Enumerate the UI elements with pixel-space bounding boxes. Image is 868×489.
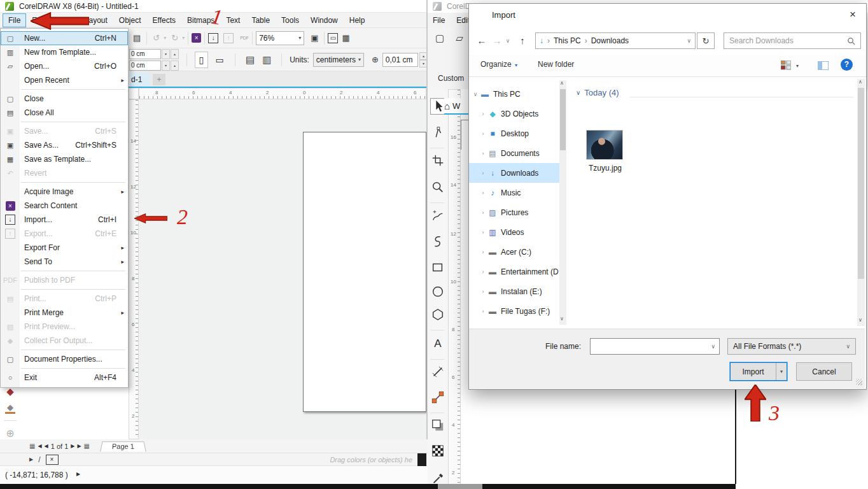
expander-icon[interactable]: › — [479, 111, 487, 117]
redo-dropdown-icon[interactable]: ▾ — [182, 35, 185, 41]
ellipse-tool[interactable] — [430, 284, 445, 299]
expander-icon[interactable]: › — [479, 269, 487, 275]
close-icon[interactable]: × — [843, 6, 862, 23]
file-menu-item-save-as-template[interactable]: ▦ Save as Template... — [1, 152, 128, 166]
portrait-button[interactable]: ▯ — [195, 52, 208, 68]
import-dropdown-icon[interactable]: ▾ — [776, 369, 787, 374]
file-menu-item-open-recent[interactable]: Open Recent ▸ — [1, 73, 128, 87]
last-page-icon[interactable]: ▶ — [77, 443, 81, 449]
organize-button[interactable]: Organize ▾ — [480, 60, 517, 69]
page-tab[interactable]: Page 1 — [100, 441, 146, 451]
rectangle-tool[interactable] — [430, 260, 445, 275]
fullscreen-preview-icon[interactable]: ▣ — [311, 33, 318, 43]
scrollbar-thumb[interactable] — [560, 89, 566, 150]
page-height-field[interactable]: 0 cm — [129, 60, 161, 71]
import-button[interactable]: Import ▾ — [730, 362, 787, 381]
expander-icon[interactable]: › — [479, 249, 487, 255]
breadcrumb-dropdown-icon[interactable]: ∨ — [687, 38, 691, 44]
menu-window[interactable]: Window — [305, 13, 344, 27]
redo-icon[interactable]: ↻ — [171, 33, 178, 43]
tree-item-documents[interactable]: › ▤ Documents — [469, 143, 559, 163]
refresh-button[interactable]: ↻ — [697, 32, 715, 49]
file-name-combo[interactable]: ∨ — [590, 338, 720, 355]
customize-toolbox-button[interactable]: ⊕ — [1, 427, 19, 439]
tree-item-pictures[interactable]: › ▨ Pictures — [469, 202, 559, 222]
group-chevron-icon[interactable]: ∨ — [576, 89, 580, 96]
menu-object[interactable]: Object — [113, 13, 147, 27]
landscape-button[interactable]: ▭ — [212, 52, 227, 68]
file-menu-item-document-properties[interactable]: ▢ Document Properties... — [1, 352, 128, 366]
zoom-tool[interactable] — [430, 180, 445, 195]
resize-grip[interactable] — [856, 379, 862, 385]
transparency-tool[interactable] — [430, 443, 445, 458]
breadcrumb-downloads[interactable]: Downloads — [591, 36, 629, 45]
freehand-tool[interactable] — [430, 209, 445, 224]
import-dialog-titlebar[interactable]: Import × — [469, 4, 866, 27]
expander-icon[interactable]: › — [479, 150, 487, 157]
file-menu-item-close[interactable]: ▢ Close — [1, 92, 128, 106]
tree-item-desktop[interactable]: › ■ Desktop — [469, 124, 559, 143]
files-group-header[interactable]: ∨ Today (4) — [576, 88, 619, 97]
file-menu-item-search-content[interactable]: × Search Content — [1, 199, 128, 213]
tree-item-drive-e[interactable]: › ▬ Instalan (E:) — [469, 281, 559, 301]
next-page-icon[interactable]: ▶ — [71, 443, 74, 449]
fill-tool-icon[interactable]: ◆ — [5, 402, 15, 414]
combo-dropdown-icon[interactable]: ∨ — [711, 343, 715, 350]
file-thumbnail[interactable] — [586, 130, 623, 160]
tree-item-drive-c[interactable]: › ▬ Acer (C:) — [469, 242, 559, 262]
first-page-icon[interactable]: ◀ — [38, 443, 41, 449]
content-scrollbar[interactable]: ∧ ∨ — [857, 79, 865, 326]
scrollbar-thumb[interactable] — [858, 88, 864, 279]
expander-icon[interactable]: › — [479, 209, 487, 216]
expander-icon[interactable]: › — [479, 190, 487, 196]
all-pages-icon[interactable]: ▤ — [246, 54, 255, 66]
menu-table[interactable]: Table — [246, 13, 276, 27]
tree-item-this-pc[interactable]: ∨ ▬ This PC — [469, 84, 559, 104]
crop-tool[interactable] — [430, 153, 445, 168]
units-dropdown-icon[interactable]: ▾ — [358, 57, 361, 62]
scroll-up-icon[interactable]: ∧ — [858, 79, 862, 85]
scroll-down-icon[interactable]: ∨ — [858, 317, 862, 323]
menu-file[interactable]: File — [3, 13, 26, 27]
file-menu-item-send-to[interactable]: Send To ▸ — [1, 255, 128, 269]
palette-expand-icon[interactable]: ▶ — [29, 457, 33, 462]
status-expand-icon[interactable]: ▶ — [76, 471, 80, 477]
current-page-icon[interactable]: ▥ — [262, 54, 271, 66]
format-dropdown-icon[interactable]: ∨ — [846, 343, 850, 350]
nudge-field[interactable]: 0,01 cm — [382, 53, 418, 67]
zoom-level-select[interactable]: 76% ▾ — [256, 31, 304, 45]
expander-icon[interactable]: › — [479, 170, 487, 176]
menu-help[interactable]: Help — [344, 13, 371, 27]
import-icon[interactable]: ↓ — [208, 33, 218, 43]
menu-tools[interactable]: Tools — [276, 13, 305, 27]
search-box[interactable]: Search Downloads — [724, 32, 861, 49]
file-menu-item-new-from-template[interactable]: ▥ New from Template... — [1, 45, 128, 59]
up-button[interactable]: ↑ — [515, 33, 530, 48]
tree-item-drive-f[interactable]: › ▬ File Tugas (F:) — [469, 301, 559, 321]
units-select[interactable]: centimeters ▾ — [313, 53, 364, 67]
scroll-down-icon[interactable]: ∨ — [560, 316, 564, 322]
preview-pane-icon[interactable] — [818, 61, 829, 70]
menu-text[interactable]: Text — [220, 13, 246, 27]
page-width-down-icon[interactable]: ▾ — [162, 49, 170, 59]
cancel-button[interactable]: Cancel — [796, 362, 852, 381]
connector-tool[interactable] — [430, 390, 445, 405]
expander-icon[interactable]: › — [479, 308, 487, 315]
view-dropdown-icon[interactable]: ▾ — [796, 63, 799, 69]
color-palette-block[interactable] — [417, 453, 426, 466]
file-format-select[interactable]: All File Formats (*.*) ∨ — [727, 338, 856, 355]
new-document-tab-button[interactable]: + — [153, 74, 165, 85]
palette-pencil-icon[interactable]: / — [38, 455, 40, 464]
tree-item-music[interactable]: › ♪ Music — [469, 183, 559, 202]
breadcrumb-this-pc[interactable]: This PC — [554, 36, 581, 45]
search-content-icon[interactable]: × — [192, 33, 201, 43]
no-color-swatch[interactable]: × — [46, 455, 59, 465]
expander-icon[interactable]: › — [479, 131, 487, 137]
scroll-up-icon[interactable]: ∧ — [560, 80, 564, 86]
file-menu-item-new[interactable]: ▢ New... Ctrl+N — [1, 31, 128, 45]
text-tool[interactable]: A — [430, 336, 445, 351]
file-item[interactable]: Tzuyu.jpg — [586, 130, 624, 173]
file-menu-item-acquire-image[interactable]: Acquire Image ▸ — [1, 185, 128, 199]
help-icon[interactable]: ? — [841, 59, 853, 71]
tree-item-drive-d[interactable]: › ▬ Entertainment (D — [469, 262, 559, 281]
